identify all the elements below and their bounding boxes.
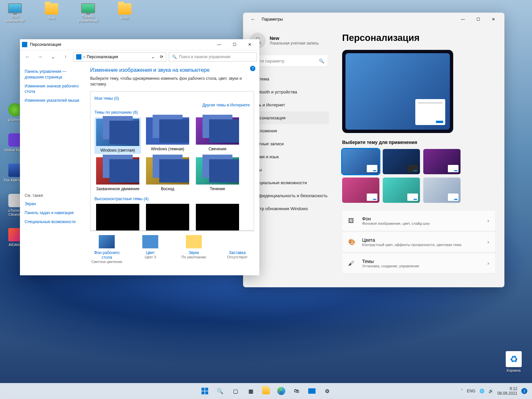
cp-desc: Выберите тему, чтобы одновременно измени… bbox=[90, 76, 254, 87]
cp-sidelink-desktop-icons[interactable]: Изменение значков рабочего стола bbox=[25, 82, 80, 96]
cp-sidelink-home[interactable]: Панель управления — домашняя страница bbox=[25, 67, 80, 82]
settings-theme-sunrise[interactable] bbox=[383, 178, 420, 203]
control-panel-window: Персонализация — ☐ ✕ ← → ⌄ ↑ › Персонали… bbox=[20, 39, 259, 275]
cp-bottom-item[interactable]: ЗвукиПо умолчанию bbox=[177, 235, 211, 264]
settings-row[interactable]: 🎨ЦветаКонтрастный цвет, эффекты прозрачн… bbox=[342, 232, 495, 252]
taskbar-start-button[interactable] bbox=[198, 384, 211, 398]
cp-title-text: Персонализация bbox=[30, 42, 211, 47]
settings-user-name: New bbox=[270, 36, 319, 41]
desktop-top-icons: Этот компьютер New Панель управления Hel… bbox=[3, 3, 136, 23]
cp-see-also-accessibility[interactable]: Специальные возможности bbox=[25, 217, 80, 226]
cp-bottom-item[interactable]: ЦветЦвет 3 bbox=[134, 235, 167, 264]
settings-theme-flow[interactable] bbox=[423, 178, 461, 203]
cp-minimize-button[interactable]: — bbox=[211, 39, 227, 50]
taskbar-settings-button[interactable]: ⚙ bbox=[321, 384, 334, 398]
tray-clock[interactable]: 9:12 08.08.2021 bbox=[497, 386, 517, 396]
desktop-icon-help-folder[interactable]: Help bbox=[113, 3, 136, 23]
cp-breadcrumb[interactable]: › Персонализация ⌄ ⟳ bbox=[73, 52, 166, 62]
settings-close-button[interactable]: ✕ bbox=[486, 13, 501, 26]
cp-bottom-item[interactable]: ЗаставкаОтсутствует bbox=[220, 235, 254, 264]
tray-notifications-badge[interactable]: 2 bbox=[521, 388, 527, 394]
cp-theme-item[interactable]: Windows (светлая) bbox=[94, 117, 141, 154]
taskbar-store-button[interactable]: 🛍 bbox=[290, 384, 303, 398]
settings-theme-glow[interactable] bbox=[423, 149, 461, 174]
desktop-icon-recycle-bin[interactable]: ♻ Корзина bbox=[502, 351, 525, 372]
cp-heading: Изменение изображения и звука на компьют… bbox=[90, 67, 254, 73]
desktop-icon-new-folder[interactable]: New bbox=[40, 3, 63, 23]
cp-hc-themes-header: Высококонтрастные темы (4) bbox=[94, 197, 250, 201]
cp-default-themes-header: Темы по умолчанию (6) bbox=[94, 110, 250, 115]
brush-icon: 🖌 bbox=[348, 260, 356, 267]
cp-close-button[interactable]: ✕ bbox=[242, 39, 257, 50]
chevron-right-icon: › bbox=[487, 218, 489, 224]
cp-see-also-taskbar[interactable]: Панель задач и навигация bbox=[25, 208, 80, 217]
settings-page-title: Персонализация bbox=[342, 33, 495, 43]
cp-theme-box: Мои темы (0) Другие темы в Интернете Тем… bbox=[90, 91, 254, 231]
desktop-icon-this-pc[interactable]: Этот компьютер bbox=[3, 3, 27, 23]
settings-search-input[interactable]: Найти параметр 🔍 bbox=[248, 55, 328, 66]
settings-theme-motion[interactable] bbox=[342, 178, 379, 203]
cp-theme-item[interactable]: Захваченное движение bbox=[94, 157, 141, 191]
cp-nav-up[interactable]: ↑ bbox=[61, 52, 70, 62]
taskbar-taskview-button[interactable]: ▢ bbox=[229, 384, 242, 398]
svg-rect-3 bbox=[201, 391, 204, 394]
cp-bottom-item[interactable]: Фон рабочего столаСветлое цветение bbox=[90, 235, 124, 264]
cp-theme-item[interactable]: Восход bbox=[144, 157, 191, 191]
cp-nav-back[interactable]: ← bbox=[23, 52, 33, 62]
recycle-bin-icon: ♻ bbox=[506, 351, 522, 367]
settings-minimize-button[interactable]: — bbox=[455, 13, 470, 26]
settings-row[interactable]: 🖌ТемыУстановка, создание, управление› bbox=[342, 253, 495, 273]
settings-titlebar: ← Параметры — ☐ ✕ bbox=[243, 13, 504, 26]
taskbar-control-panel-button[interactable] bbox=[305, 384, 319, 398]
cp-nav-dropdown[interactable]: ⌄ bbox=[48, 52, 58, 62]
taskbar: 🔍 ▢ ▦ 🛍 ⚙ ˄ ENG 🌐 🔊 9:12 08.08.2021 2 bbox=[0, 383, 532, 399]
desktop-icon-control-panel[interactable]: Панель управления bbox=[76, 3, 100, 23]
svg-rect-4 bbox=[205, 391, 208, 394]
cp-hc-theme[interactable] bbox=[94, 204, 141, 231]
settings-back-button[interactable]: ← bbox=[246, 13, 260, 26]
settings-theme-prompt: Выберите тему для применения bbox=[342, 140, 495, 145]
taskbar-search-button[interactable]: 🔍 bbox=[213, 384, 227, 398]
cp-search-input[interactable]: 🔍 Поиск в панели управления bbox=[169, 52, 257, 62]
cp-online-themes-link[interactable]: Другие темы в Интернете bbox=[94, 103, 250, 107]
settings-desktop-preview bbox=[342, 50, 453, 133]
settings-window: ← Параметры — ☐ ✕ New Локальная учетная … bbox=[243, 13, 504, 287]
tray-network-icon[interactable]: 🌐 bbox=[479, 389, 484, 393]
settings-theme-grid bbox=[342, 149, 495, 203]
cp-theme-item[interactable]: Windows (темная) bbox=[144, 117, 191, 154]
cp-sidelink-mouse[interactable]: Изменение указателей мыши bbox=[25, 96, 80, 105]
taskbar-edge-button[interactable] bbox=[275, 384, 288, 398]
svg-rect-1 bbox=[201, 388, 204, 391]
cp-hc-theme[interactable] bbox=[144, 204, 191, 231]
settings-theme-dark[interactable] bbox=[383, 149, 420, 174]
taskbar-widgets-button[interactable]: ▦ bbox=[244, 384, 257, 398]
cp-titlebar: Персонализация — ☐ ✕ bbox=[20, 39, 259, 50]
cp-see-also-display[interactable]: Экран bbox=[25, 200, 80, 208]
cp-nav-forward[interactable]: → bbox=[35, 52, 45, 62]
settings-window-title: Параметры bbox=[262, 17, 455, 22]
settings-row[interactable]: 🖼ФонФоновое изображение, цвет, слайд-шоу… bbox=[342, 211, 495, 231]
settings-main: Персонализация Выберите тему для примене… bbox=[333, 26, 504, 287]
chevron-right-icon: › bbox=[487, 260, 489, 266]
cp-my-themes-header: Мои темы (0) bbox=[94, 96, 250, 101]
cp-breadcrumb-icon bbox=[76, 54, 81, 60]
cp-see-also-label: См. также bbox=[25, 192, 80, 200]
cp-sidebar: Панель управления — домашняя страница Из… bbox=[20, 63, 85, 275]
tray-language[interactable]: ENG bbox=[467, 389, 475, 393]
settings-maximize-button[interactable]: ☐ bbox=[470, 13, 486, 26]
refresh-icon[interactable]: ⟳ bbox=[160, 55, 163, 59]
tray-overflow-button[interactable]: ˄ bbox=[461, 389, 463, 393]
taskbar-explorer-button[interactable] bbox=[259, 384, 273, 398]
svg-rect-2 bbox=[205, 388, 208, 391]
cp-theme-item[interactable]: Свечение bbox=[194, 117, 241, 154]
cp-theme-item[interactable]: Течение bbox=[194, 157, 241, 191]
cp-address-bar: ← → ⌄ ↑ › Персонализация ⌄ ⟳ 🔍 Поиск в п… bbox=[20, 50, 259, 63]
settings-theme-light[interactable] bbox=[342, 149, 379, 174]
cp-hc-theme[interactable] bbox=[194, 204, 241, 231]
search-icon: 🔍 bbox=[172, 55, 177, 59]
tray-volume-icon[interactable]: 🔊 bbox=[488, 389, 493, 393]
cp-help-icon[interactable]: ? bbox=[250, 66, 255, 71]
cp-maximize-button[interactable]: ☐ bbox=[227, 39, 242, 50]
cp-title-icon bbox=[22, 42, 27, 47]
search-icon: 🔍 bbox=[319, 59, 324, 64]
